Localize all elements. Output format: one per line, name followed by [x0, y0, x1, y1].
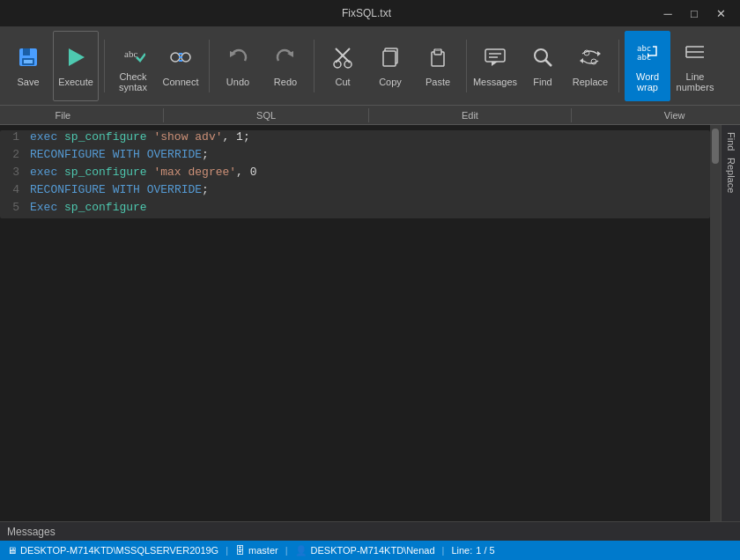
replace-button[interactable]: Replace [567, 31, 613, 101]
replace-panel-label[interactable]: Replace [724, 154, 738, 196]
menu-view[interactable]: View [647, 106, 703, 124]
line-number-1: 1 [4, 130, 30, 144]
messages-label: Messages [473, 77, 517, 87]
svg-rect-18 [383, 51, 396, 66]
token: Exec [30, 201, 57, 214]
cut-button[interactable]: Cut [320, 31, 366, 101]
token: RECONFIGURE [30, 148, 106, 161]
find-panel-label[interactable]: Find [724, 129, 738, 154]
messages-button[interactable]: Messages [472, 31, 518, 101]
database-value: master [248, 545, 278, 556]
connect-label: Connect [163, 77, 199, 87]
svg-rect-21 [435, 48, 440, 51]
right-panel: Find Replace [721, 125, 740, 521]
svg-rect-1 [23, 48, 30, 55]
messages-bar[interactable]: Messages [0, 521, 740, 541]
toolbar: Save Execute abc Check syntax [0, 26, 740, 106]
editor-line-4: 4RECONFIGURE WITH OVERRIDE; [0, 183, 710, 201]
line-content-2: RECONFIGURE WITH OVERRIDE; [30, 148, 209, 161]
db-icon: 🗄 [235, 545, 245, 556]
svg-rect-3 [24, 60, 33, 63]
messages-icon [483, 45, 507, 73]
svg-marker-4 [69, 48, 85, 66]
token: OVERRIDE [147, 148, 202, 161]
svg-point-7 [181, 53, 190, 62]
editor-line-5: 5Exec sp_configure [0, 201, 710, 218]
line-numbers-icon [683, 40, 707, 68]
menu-divider-3 [571, 108, 572, 122]
menu-sql[interactable]: SQL [239, 106, 293, 124]
restore-button[interactable]: □ [682, 4, 707, 23]
token: ; [202, 148, 209, 161]
editor-line-3: 3exec sp_configure 'max degree', 0 [0, 166, 710, 183]
token: 'show adv' [153, 130, 222, 144]
copy-icon [378, 45, 403, 73]
menu-file[interactable]: File [37, 106, 88, 124]
line-content-3: exec sp_configure 'max degree', 0 [30, 166, 257, 179]
token [106, 183, 113, 196]
replace-icon [578, 45, 603, 73]
user-icon: 👤 [295, 545, 307, 556]
line-number-2: 2 [4, 148, 30, 161]
server-icon: 🖥 [7, 545, 17, 556]
line-content-1: exec sp_configure 'show adv', 1; [30, 130, 250, 144]
paste-label: Paste [426, 77, 450, 87]
editor-line-2: 2RECONFIGURE WITH OVERRIDE; [0, 148, 710, 166]
word-wrap-label: Word wrap [625, 71, 670, 92]
svg-text:abc: abc [124, 48, 137, 59]
separator-4 [466, 40, 467, 92]
execute-button[interactable]: Execute [53, 31, 99, 101]
find-icon [530, 45, 555, 73]
execute-icon [63, 45, 88, 73]
find-label: Find [533, 77, 551, 87]
check-syntax-button[interactable]: abc Check syntax [110, 31, 156, 101]
paste-button[interactable]: Paste [415, 31, 461, 101]
token: ; [202, 183, 209, 196]
line-numbers-button[interactable]: Line numbers [672, 31, 718, 101]
token: sp_configure [64, 166, 147, 179]
line-numbers-label: Line numbers [673, 71, 717, 92]
status-server: 🖥 DESKTOP-M714KTD\MSSQLSERVER2019G [7, 545, 218, 556]
save-button[interactable]: Save [5, 31, 51, 101]
minimize-button[interactable]: ─ [655, 4, 680, 23]
connect-icon [168, 45, 193, 73]
replace-label: Replace [573, 77, 608, 87]
check-syntax-label: Check syntax [111, 71, 155, 92]
close-button[interactable]: ✕ [708, 4, 733, 23]
cut-label: Cut [335, 77, 350, 87]
status-user: 👤 DESKTOP-M714KTD\Nenad [295, 545, 435, 556]
word-wrap-icon: abc abc [635, 40, 660, 68]
token [106, 148, 113, 161]
scrollbar-vertical[interactable] [710, 125, 721, 521]
word-wrap-button[interactable]: abc abc Word wrap [625, 31, 670, 101]
svg-marker-27 [597, 51, 601, 56]
menu-divider-1 [163, 108, 164, 122]
menu-edit[interactable]: Edit [444, 106, 496, 124]
status-bar: 🖥 DESKTOP-M714KTD\MSSQLSERVER2019G | 🗄 m… [0, 541, 740, 560]
token: , 1; [222, 130, 249, 144]
token: sp_configure [64, 201, 147, 214]
undo-icon [226, 45, 250, 73]
separator-1 [104, 40, 105, 92]
menu-bar: File SQL Edit View [0, 106, 740, 125]
scrollbar-thumb[interactable] [712, 129, 719, 164]
line-value: 1 / 5 [476, 545, 494, 556]
token [140, 148, 147, 161]
undo-button[interactable]: Undo [215, 31, 261, 101]
token: exec [30, 130, 57, 144]
find-button[interactable]: Find [520, 31, 566, 101]
token: sp_configure [64, 130, 147, 144]
editor-container: 1exec sp_configure 'show adv', 1;2RECONF… [0, 125, 740, 521]
editor-area[interactable]: 1exec sp_configure 'show adv', 1;2RECONF… [0, 125, 710, 521]
status-line: Line: 1 / 5 [451, 545, 494, 556]
redo-icon [273, 45, 298, 73]
token: WITH [113, 183, 140, 196]
status-database: 🗄 master [235, 545, 278, 556]
connect-button[interactable]: Connect [158, 31, 204, 101]
svg-text:abc: abc [637, 53, 651, 62]
check-syntax-icon: abc [121, 40, 145, 68]
redo-button[interactable]: Redo [263, 31, 308, 101]
separator-2 [209, 40, 210, 92]
copy-button[interactable]: Copy [367, 31, 413, 101]
redo-label: Redo [274, 77, 297, 87]
